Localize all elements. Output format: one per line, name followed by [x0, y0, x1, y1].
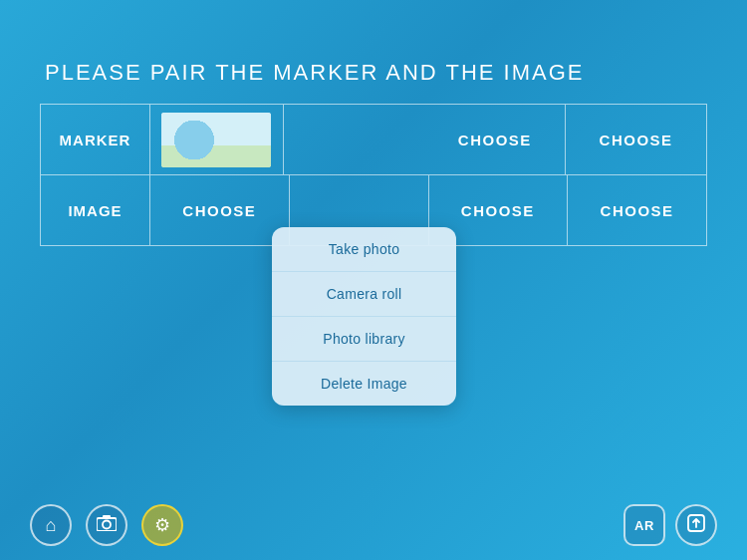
svg-point-11: [234, 141, 244, 155]
image-label: IMAGE: [41, 175, 150, 245]
camera-roll-item[interactable]: Camera roll: [272, 272, 456, 317]
choose-text[interactable]: CHOOSE: [600, 132, 673, 148]
camera-button[interactable]: [86, 504, 127, 546]
take-photo-item[interactable]: Take photo: [272, 227, 456, 272]
home-button[interactable]: ⌂: [30, 504, 72, 546]
svg-point-6: [206, 121, 226, 129]
svg-point-10: [231, 139, 247, 162]
marker-thumbnail: [161, 113, 271, 167]
context-popup: Take photo Camera roll Photo library Del…: [272, 227, 456, 406]
ar-label: AR: [634, 518, 654, 533]
share-button[interactable]: [675, 504, 717, 546]
svg-point-8: [211, 131, 215, 135]
svg-point-14: [181, 147, 191, 157]
delete-image-item[interactable]: Delete Image: [272, 362, 456, 406]
svg-point-9: [217, 131, 221, 135]
svg-point-15: [182, 143, 190, 151]
svg-rect-4: [206, 135, 226, 154]
page-title: PLEASE PAIR THE MARKER AND THE IMAGE: [0, 0, 747, 104]
bottom-toolbar: ⌂ ⚙ AR: [0, 490, 747, 560]
svg-point-13: [236, 136, 239, 139]
pair-grid: MARKER: [40, 104, 707, 246]
svg-point-12: [234, 134, 244, 143]
svg-rect-1: [161, 150, 271, 167]
home-icon: ⌂: [46, 515, 57, 536]
choose-text[interactable]: CHOOSE: [182, 202, 256, 219]
image-cell-4[interactable]: CHOOSE: [568, 175, 706, 245]
svg-point-18: [103, 520, 111, 528]
settings-button[interactable]: ⚙: [141, 504, 183, 546]
toolbar-left: ⌂ ⚙: [30, 504, 183, 546]
marker-cell-1[interactable]: [150, 105, 284, 174]
svg-point-16: [183, 144, 185, 146]
toolbar-right: AR: [623, 504, 717, 546]
svg-rect-0: [161, 113, 271, 167]
ar-button[interactable]: AR: [623, 504, 665, 546]
svg-point-5: [207, 124, 225, 141]
photo-library-item[interactable]: Photo library: [272, 317, 456, 362]
svg-rect-7: [209, 121, 223, 129]
svg-rect-19: [103, 515, 111, 519]
svg-point-3: [181, 119, 201, 131]
gear-icon: ⚙: [154, 514, 170, 536]
marker-cell-4[interactable]: CHOOSE: [566, 105, 706, 174]
marker-row: MARKER: [41, 105, 706, 175]
choose-text[interactable]: CHOOSE: [461, 202, 535, 219]
camera-icon: [97, 515, 117, 536]
share-icon: [687, 514, 705, 537]
svg-point-2: [169, 121, 193, 135]
choose-text[interactable]: CHOOSE: [458, 132, 532, 148]
choose-text[interactable]: CHOOSE: [601, 202, 674, 219]
image-cell-1[interactable]: CHOOSE: [150, 175, 290, 245]
marker-cell-3[interactable]: CHOOSE: [425, 105, 567, 174]
marker-label: MARKER: [41, 105, 150, 174]
